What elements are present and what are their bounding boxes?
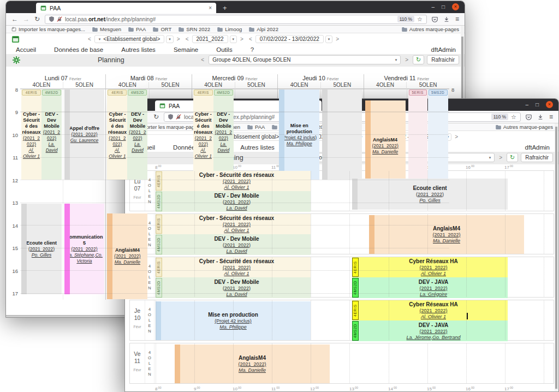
event[interactable]: 4MS2D DEV - Dev Mobile (2021_2022) La. D… [156,277,311,298]
menu-help[interactable]: ? [251,46,254,53]
event[interactable]: 4ERIS Cyber Réseaux HA (2021_2022) Al. O… [352,300,508,320]
event[interactable]: 5MS2D [428,90,448,180]
year-select[interactable]: 2021_2022 [192,35,228,43]
bookmark-folder[interactable]: Limoog [217,26,242,32]
event[interactable] [322,90,362,180]
import-bookmarks[interactable]: Importer les marque-pages... [11,26,85,32]
menu-outils[interactable]: Outils [216,46,232,53]
menu-accueil[interactable]: Accueil [16,46,36,53]
menu-icon[interactable]: ≡ [549,114,553,120]
establishment-prev[interactable]: < [86,36,93,42]
shield-icon[interactable] [168,114,173,120]
back-icon[interactable]: ← [11,16,18,22]
week-prev[interactable]: < [247,36,254,42]
week-next[interactable]: > [334,36,341,42]
week-next[interactable]: > [453,134,460,140]
event[interactable]: Mise en production (Projet 42 inclus) Ma… [279,90,319,180]
insecure-lock-icon[interactable] [57,16,62,22]
day-header-jeudi[interactable]: Jeudi 10 Février 4OLEN5OLEN [277,74,363,88]
titlebar[interactable]: PAA × + – □ × [6,1,465,13]
event[interactable]: 4ERIS Cyber - Sécurité des réseaux (2021… [156,171,311,191]
close-button[interactable]: × [452,3,459,10]
week-select[interactable]: 07/02/2022 - 13/02/2022 [255,35,324,43]
other-bookmarks[interactable]: Autres marque-pages [402,26,459,32]
maximize-button[interactable]: □ [442,3,445,10]
refresh-button[interactable]: ↻ [507,153,518,162]
url-field[interactable]: local.paa.ort.net/index.php/planning# 11… [45,15,427,24]
scrollbar-thumb[interactable] [555,127,557,389]
event[interactable]: 4MS2D DEV - Dev Mobile (2021_2022) La. D… [156,191,311,212]
rafraichir-button[interactable]: Rafraichir [427,55,459,64]
menu-autres-listes[interactable]: Autres listes [240,144,275,151]
bookmark-folder[interactable]: SRN 2022 [179,26,210,32]
year-next[interactable]: > [239,36,245,42]
insecure-lock-icon[interactable] [176,114,181,120]
establishment-next[interactable]: > [175,36,182,42]
download-icon[interactable] [538,114,543,120]
other-bookmarks[interactable]: Autres marque-pages [496,124,553,130]
zoom-badge[interactable]: 110 % [491,114,508,120]
event[interactable]: 4ERIS Cyber - Sécurité des réseaux (2021… [193,90,213,180]
event[interactable]: Appel d'offre (2021_2022) Gu. Laurence [64,90,104,180]
event[interactable]: 5ERIS [408,90,427,180]
event[interactable]: Communication5 (2021_2022) Va. Stéphane,… [64,204,104,294]
group-prev[interactable]: < [199,57,206,63]
day-header-mercredi[interactable]: Mercredi 09 Février 4OLEN5OLEN [192,74,277,88]
event[interactable]: 4MS2D DEV - Dev Mobile (2021_2022) La. D… [41,90,62,180]
bookmark-folder[interactable]: ORT [153,26,171,32]
reload-icon[interactable]: ↻ [34,16,40,22]
rafraichir-button[interactable]: Rafraichir [521,153,553,162]
establishment-select[interactable]: ▾<Etablissement global> [94,35,164,43]
gear-icon[interactable] [13,56,20,64]
event[interactable]: Ecoute client (2021_2022) Po. Gilles [21,204,62,294]
event[interactable]: 4MS2D DEV - JAVA (2021_2022) La. Jérome,… [352,320,508,341]
day-header-mardi[interactable]: Mardi 08 Février 4OLEN5OLEN [105,74,191,88]
bookmark-folder[interactable]: PAA [247,124,265,130]
day-header-vendredi[interactable]: Vendredi 11 Février 4OLEN5OLEN [364,74,449,88]
event[interactable]: AnglaisM4 (2021_2022) Ma. Danielle [369,215,524,254]
bookmark-folder[interactable]: Alpi 2022 [249,26,278,32]
event[interactable]: Ecoute client (2021_2022) Po. Gilles [352,179,508,210]
group-select[interactable]: Groupe 4OLEN, Groupe 5OLEN▾ [209,55,401,64]
event[interactable]: 4MS2D DEV - Dev Mobile (2021_2022) La. D… [213,90,234,180]
event[interactable]: AnglaisM4 (2021_2022) Ma. Danielle [107,213,147,299]
event[interactable]: 4MS2D DEV - JAVA (2021_2022) La. Grégoir… [352,277,508,298]
browser-tab[interactable]: PAA × [36,3,216,13]
menu-autres-listes[interactable]: Autres listes [121,46,156,53]
bookmark-star-icon[interactable]: ☆ [511,114,516,121]
group-next[interactable]: > [403,57,410,63]
menu-icon[interactable]: ≡ [455,16,459,22]
minimize-button[interactable]: – [431,3,435,10]
menu-semaine[interactable]: Semaine [174,46,198,53]
subgroup-5olen[interactable]: 5OLEN [63,82,106,89]
event[interactable]: 4ERIS Cyber - Sécurité des réseaux (2021… [107,90,127,180]
day-header-lundi[interactable]: Lundi 07 Février 4OLEN5OLEN [20,74,105,88]
bookmark-folder[interactable]: Mesguen [92,26,121,32]
bookmark-star-icon[interactable]: ☆ [417,16,423,23]
bookmark-folder[interactable]: PAA [128,26,146,32]
subgroup-4olen[interactable]: 4OLEN [20,82,63,89]
event[interactable]: 4ERIS Cyber - Sécurité des réseaux (2021… [21,90,41,180]
event[interactable]: AnglaisM4 (2021_2022) Ma. Danielle [365,100,406,191]
event[interactable]: 4ERIS Cyber Réseaux HA (2021_2022) Al. O… [352,257,508,277]
new-tab-button[interactable]: + [223,4,227,12]
shield-icon[interactable] [49,16,54,22]
event[interactable]: 4ERIS Cyber - Sécurité des réseaux (2021… [156,214,311,234]
download-icon[interactable] [444,16,449,22]
maximize-button[interactable]: □ [536,101,539,108]
year-dropdown[interactable]: ▾ [230,35,237,43]
event[interactable]: 4ERIS Cyber - Sécurité des réseaux (2021… [156,257,311,277]
pocket-icon[interactable] [526,114,532,120]
event[interactable]: 4MS2D DEV - Dev Mobile (2021_2022) La. D… [156,234,311,255]
user-name[interactable]: dftAdmin [431,46,456,53]
zoom-badge[interactable]: 110 % [397,16,414,22]
event[interactable]: Mise en production (Projet 42 inclus) Ma… [156,301,311,340]
reload-icon[interactable]: ↻ [153,114,159,120]
refresh-button[interactable]: ↻ [413,55,424,64]
week-dropdown[interactable]: ▾ [325,35,333,43]
event[interactable]: 4MS2D DEV - Dev Mobile (2021_2022) La. D… [127,90,147,180]
tab-close-icon[interactable]: × [209,5,212,11]
year-prev[interactable]: < [184,36,191,42]
minimize-button[interactable]: – [525,101,528,108]
pocket-icon[interactable] [432,16,438,22]
